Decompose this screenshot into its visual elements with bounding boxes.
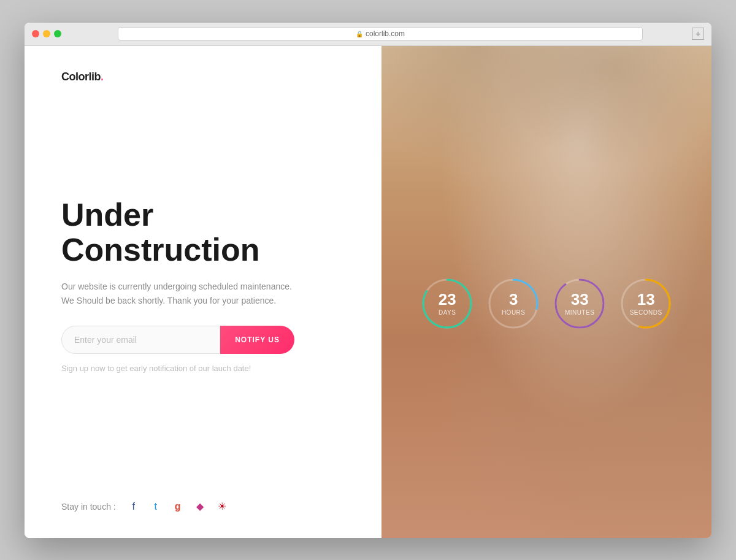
heading-line2: Construction bbox=[61, 232, 260, 267]
hours-value: 3 bbox=[509, 291, 518, 307]
address-bar[interactable]: 🔒 colorlib.com bbox=[118, 27, 643, 40]
seconds-inner: 13 Seconds bbox=[618, 276, 673, 331]
days-value: 23 bbox=[439, 291, 456, 307]
stay-in-touch-label: Stay in touch : bbox=[61, 502, 116, 512]
tree-silhouette bbox=[381, 46, 711, 267]
logo: Colorlib. bbox=[61, 71, 345, 83]
minimize-button[interactable] bbox=[43, 30, 50, 37]
footer-social: Stay in touch : f t g ◆ ☀ bbox=[61, 500, 345, 513]
minutes-value: 33 bbox=[571, 291, 589, 307]
hours-inner: 3 Hours bbox=[486, 276, 541, 331]
countdown-hours: 3 Hours bbox=[486, 276, 541, 331]
heading: Under Construction bbox=[61, 198, 345, 267]
minutes-label: Minutes bbox=[565, 309, 595, 316]
heading-line1: Under bbox=[61, 197, 153, 232]
browser-content: Colorlib. Under Construction Our website… bbox=[25, 46, 711, 538]
countdown-container: 23 Days 3 Hours bbox=[420, 276, 673, 331]
hours-label: Hours bbox=[502, 309, 526, 316]
days-circle: 23 Days bbox=[420, 276, 475, 331]
close-button[interactable] bbox=[32, 30, 39, 37]
lock-icon: 🔒 bbox=[356, 31, 363, 37]
facebook-icon[interactable]: f bbox=[127, 500, 140, 513]
logo-text: Colorlib bbox=[61, 71, 101, 83]
maximize-button[interactable] bbox=[54, 30, 61, 37]
googleplus-icon[interactable]: g bbox=[171, 500, 185, 513]
days-label: Days bbox=[439, 309, 456, 316]
email-form: NOTIFY US bbox=[61, 326, 294, 354]
url-text: colorlib.com bbox=[366, 29, 405, 38]
logo-dot: . bbox=[101, 71, 104, 83]
left-panel: Colorlib. Under Construction Our website… bbox=[25, 46, 381, 538]
seconds-circle: 13 Seconds bbox=[618, 276, 673, 331]
seconds-value: 13 bbox=[637, 291, 655, 307]
countdown-seconds: 13 Seconds bbox=[618, 276, 673, 331]
description: Our website is currently undergoing sche… bbox=[61, 280, 294, 307]
pinterest-icon[interactable]: ☀ bbox=[215, 500, 229, 513]
days-inner: 23 Days bbox=[420, 276, 475, 331]
new-tab-icon: + bbox=[696, 29, 700, 39]
window-controls bbox=[32, 30, 61, 37]
browser-window: 🔒 colorlib.com + Colorlib. Under Constru… bbox=[25, 23, 711, 538]
twitter-icon[interactable]: t bbox=[149, 500, 163, 513]
hours-circle: 3 Hours bbox=[486, 276, 541, 331]
main-content: Under Construction Our website is curren… bbox=[61, 83, 345, 500]
new-tab-button[interactable]: + bbox=[692, 28, 704, 40]
minutes-inner: 33 Minutes bbox=[552, 276, 607, 331]
browser-toolbar: 🔒 colorlib.com + bbox=[25, 23, 711, 46]
notify-button[interactable]: NOTIFY US bbox=[220, 326, 294, 354]
countdown-minutes: 33 Minutes bbox=[552, 276, 607, 331]
instagram-icon[interactable]: ◆ bbox=[193, 500, 207, 513]
signup-text: Sign up now to get early notification of… bbox=[61, 364, 345, 373]
right-panel: 23 Days 3 Hours bbox=[381, 46, 711, 538]
countdown-days: 23 Days bbox=[420, 276, 475, 331]
minutes-circle: 33 Minutes bbox=[552, 276, 607, 331]
seconds-label: Seconds bbox=[630, 309, 662, 316]
email-input[interactable] bbox=[61, 326, 220, 354]
